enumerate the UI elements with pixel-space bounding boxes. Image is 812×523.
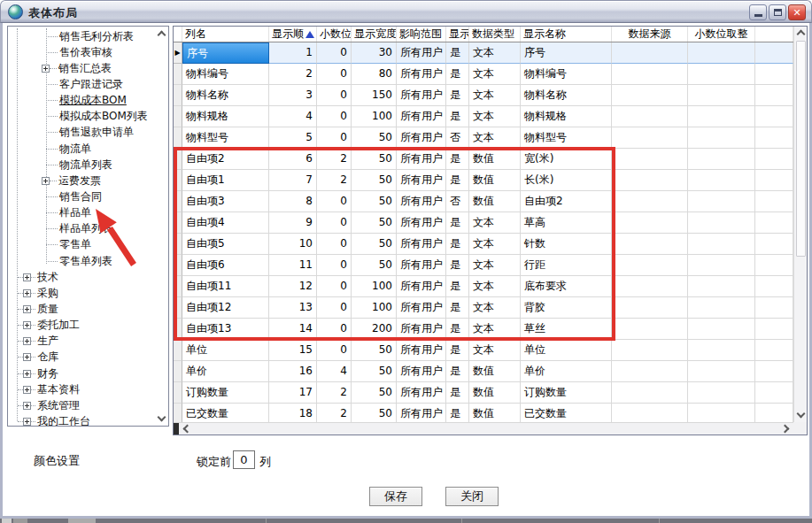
cell-name[interactable]: 自由项6 — [182, 255, 269, 276]
cell-decimals[interactable]: 2 — [317, 404, 352, 422]
cell-blank[interactable] — [755, 340, 793, 361]
cell-rounding[interactable] — [688, 276, 755, 297]
cell-name[interactable]: 自由项13 — [182, 319, 269, 340]
scroll-up-icon[interactable] — [797, 30, 806, 39]
tree-expand-icon[interactable] — [23, 418, 31, 426]
cell-data_type[interactable]: 文本 — [469, 255, 521, 276]
cell-data_type[interactable]: 数值 — [469, 170, 521, 191]
cell-scope[interactable]: 所有用户 — [397, 42, 446, 64]
cell-rounding[interactable] — [688, 340, 755, 361]
cell-name[interactable]: 序号 — [182, 42, 269, 64]
cell-disp_width[interactable]: 50 — [352, 382, 397, 404]
cell-disp_width[interactable]: 50 — [352, 149, 397, 170]
cell-decimals[interactable]: 0 — [317, 127, 352, 149]
cell-data_source[interactable] — [612, 85, 688, 106]
cell-display_name[interactable]: 草高 — [521, 212, 612, 234]
cell-disp_width[interactable]: 50 — [352, 361, 397, 382]
cell-data_type[interactable]: 数值 — [469, 361, 521, 382]
cell-disp_width[interactable]: 30 — [352, 42, 397, 64]
cell-display_name[interactable]: 底布要求 — [521, 276, 612, 297]
cell-rounding[interactable] — [688, 255, 755, 276]
cell-display_name[interactable]: 序号 — [521, 42, 612, 64]
cell-decimals[interactable]: 0 — [317, 340, 352, 361]
title-bar[interactable]: 表体布局 ✕ — [0, 0, 812, 23]
cell-order[interactable]: 12 — [269, 276, 317, 297]
minimize-button[interactable] — [749, 4, 767, 20]
row-indicator[interactable] — [174, 85, 182, 106]
tree-item-售价表审核[interactable]: 售价表审核 — [8, 44, 168, 60]
cell-data_type[interactable]: 文本 — [469, 297, 521, 319]
cell-blank[interactable] — [755, 319, 793, 340]
cell-scope[interactable]: 所有用户 — [397, 64, 446, 85]
cell-disp_width[interactable]: 50 — [352, 234, 397, 255]
cell-order[interactable]: 9 — [269, 212, 317, 234]
cell-show[interactable]: 是 — [446, 170, 469, 191]
cell-name[interactable]: 物料名称 — [182, 85, 269, 106]
cell-rounding[interactable] — [688, 42, 755, 64]
cell-scope[interactable]: 所有用户 — [397, 170, 446, 191]
cell-display_name[interactable]: 物料编号 — [521, 64, 612, 85]
row-indicator[interactable] — [174, 361, 182, 382]
cell-name[interactable]: 自由项3 — [182, 191, 269, 212]
tree-expand-icon[interactable] — [23, 370, 31, 378]
column-header-decimals[interactable]: 小数位 — [317, 27, 352, 42]
cell-blank[interactable] — [755, 297, 793, 319]
cell-rounding[interactable] — [688, 404, 755, 422]
tree-item-样品单列表[interactable]: 样品单列表 — [8, 221, 168, 237]
cell-order[interactable]: 10 — [269, 234, 317, 255]
cell-display_name[interactable]: 自由项2 — [521, 191, 612, 212]
cell-scope[interactable]: 所有用户 — [397, 191, 446, 212]
row-indicator[interactable] — [174, 319, 182, 340]
tree-expand-icon[interactable] — [23, 402, 31, 410]
cell-disp_width[interactable]: 50 — [352, 212, 397, 234]
cell-display_name[interactable]: 单位 — [521, 340, 612, 361]
cell-order[interactable]: 3 — [269, 85, 317, 106]
cell-rounding[interactable] — [688, 212, 755, 234]
cell-show[interactable]: 否 — [446, 191, 469, 212]
cell-rounding[interactable] — [688, 149, 755, 170]
cell-blank[interactable] — [755, 276, 793, 297]
column-header-name[interactable]: 列名 — [182, 27, 269, 42]
cell-blank[interactable] — [755, 404, 793, 422]
cell-name[interactable]: 订购数量 — [182, 382, 269, 404]
cell-decimals[interactable]: 4 — [317, 361, 352, 382]
column-header-disp_width[interactable]: 显示宽度 — [352, 27, 397, 42]
column-header-show[interactable]: 显示 — [446, 27, 469, 42]
vertical-scrollbar[interactable] — [793, 27, 807, 422]
tree-item-基本资料[interactable]: 基本资料 — [8, 381, 168, 397]
lock-columns-input[interactable] — [233, 450, 255, 469]
cell-display_name[interactable]: 已交数量 — [521, 404, 612, 422]
cell-display_name[interactable]: 宽(米) — [521, 149, 612, 170]
cell-order[interactable]: 13 — [269, 297, 317, 319]
cell-data_type[interactable]: 文本 — [469, 42, 521, 64]
tree-item-零售单列表[interactable]: 零售单列表 — [8, 253, 168, 269]
cell-data_type[interactable]: 文本 — [469, 234, 521, 255]
cell-blank[interactable] — [755, 85, 793, 106]
cell-rounding[interactable] — [688, 382, 755, 404]
column-split-handle[interactable] — [174, 423, 179, 435]
cell-display_name[interactable]: 单价 — [521, 361, 612, 382]
cell-data_source[interactable] — [612, 106, 688, 127]
cell-show[interactable]: 是 — [446, 255, 469, 276]
cell-data_type[interactable]: 数值 — [469, 382, 521, 404]
tree-item-模拟成本BOM列表[interactable]: 模拟成本BOM列表 — [8, 109, 168, 125]
cell-show[interactable]: 是 — [446, 276, 469, 297]
cell-data_source[interactable] — [612, 361, 688, 382]
cell-show[interactable]: 是 — [446, 149, 469, 170]
cell-show[interactable]: 是 — [446, 64, 469, 85]
cell-data_source[interactable] — [612, 319, 688, 340]
cell-data_type[interactable]: 文本 — [469, 212, 521, 234]
scroll-down-icon[interactable] — [797, 410, 806, 419]
row-indicator[interactable] — [174, 64, 182, 85]
cell-rounding[interactable] — [688, 361, 755, 382]
cell-order[interactable]: 17 — [269, 382, 317, 404]
cell-scope[interactable]: 所有用户 — [397, 234, 446, 255]
tree-item-物流单列表[interactable]: 物流单列表 — [8, 157, 168, 173]
row-indicator[interactable] — [174, 404, 182, 422]
cell-data_source[interactable] — [612, 234, 688, 255]
horizontal-scrollbar[interactable] — [174, 422, 793, 435]
cell-display_name[interactable]: 针数 — [521, 234, 612, 255]
tree-expand-icon[interactable] — [23, 353, 31, 361]
column-header-order[interactable]: 显示顺 — [269, 27, 317, 42]
cell-data_source[interactable] — [612, 382, 688, 404]
